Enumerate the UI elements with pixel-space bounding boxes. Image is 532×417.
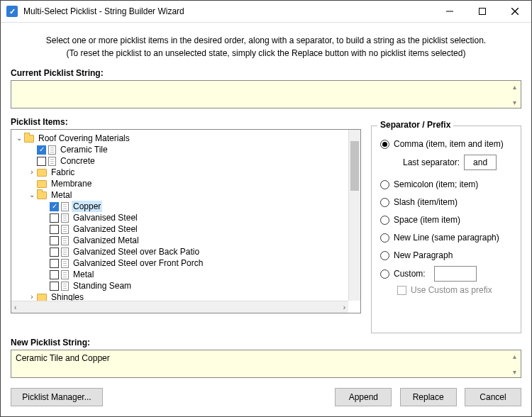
scroll-up-icon[interactable]: ▴ [509, 82, 519, 91]
scroll-right-icon[interactable]: › [343, 304, 345, 311]
current-picklist-textarea[interactable]: ▴ ▾ [11, 80, 521, 109]
separator-groupbox: Separator / Prefix Comma (item, item and… [371, 126, 521, 333]
new-picklist-label: New Picklist String: [11, 338, 521, 348]
file-icon [61, 282, 69, 291]
tree-node-standing-seam[interactable]: Standing Seam [13, 280, 359, 291]
checkbox-icon[interactable] [50, 282, 59, 291]
current-picklist-label: Current Picklist String: [11, 68, 521, 78]
cancel-button[interactable]: Cancel [465, 388, 521, 406]
checkbox-icon[interactable] [50, 248, 59, 257]
collapse-icon[interactable]: ⌄ [14, 133, 24, 144]
radio-slash[interactable]: Slash (item/item) [380, 195, 512, 209]
expand-icon[interactable]: › [27, 167, 37, 178]
tree-node-fabric[interactable]: › Fabric [13, 167, 359, 178]
file-icon [61, 270, 69, 279]
content-area: Select one or more picklist items in the… [1, 23, 531, 416]
last-separator-label: Last separator: [403, 157, 460, 167]
scrollbar-thumb[interactable] [350, 141, 359, 191]
window: ✓ Multi-Select Picklist - String Builder… [0, 0, 532, 417]
picklist-manager-button[interactable]: Picklist Manager... [11, 388, 103, 406]
radio-icon[interactable] [380, 198, 389, 207]
radio-semicolon[interactable]: Semicolon (item; item) [380, 177, 512, 191]
svg-rect-1 [480, 9, 486, 15]
new-picklist-value: Ceramic Tile and Copper [16, 353, 110, 363]
tree-viewport[interactable]: ⌄ Roof Covering Materials ✓ Ceramic Tile [11, 130, 360, 313]
checkbox-checked-icon[interactable]: ✓ [37, 145, 46, 155]
folder-open-icon [24, 135, 34, 143]
tree-node-ceramic-tile[interactable]: ✓ Ceramic Tile [13, 144, 359, 155]
checkbox-icon[interactable] [397, 286, 406, 295]
minimize-button[interactable] [433, 1, 466, 23]
maximize-button[interactable] [466, 1, 499, 23]
checkbox-icon[interactable] [50, 236, 59, 245]
radio-checked-icon[interactable] [380, 140, 389, 149]
checkbox-icon[interactable] [50, 259, 59, 268]
radio-icon[interactable] [380, 180, 389, 189]
tree-node-membrane[interactable]: Membrane [13, 178, 359, 189]
checkbox-icon[interactable] [50, 270, 59, 279]
file-icon [61, 213, 69, 223]
file-icon [61, 202, 69, 211]
tree-node-metal-leaf[interactable]: Metal [13, 269, 359, 280]
tree-node-copper[interactable]: ✓ Copper [13, 201, 359, 212]
radio-comma[interactable]: Comma (item, item and item) [380, 137, 512, 151]
radio-icon[interactable] [380, 216, 389, 225]
checkbox-icon[interactable] [50, 225, 59, 234]
tree-node-galvanized-metal[interactable]: Galvanized Metal [13, 235, 359, 246]
radio-custom[interactable]: Custom: [380, 266, 512, 282]
tree-node-galvanised-steel[interactable]: Galvanised Steel [13, 212, 359, 223]
folder-open-icon [37, 191, 47, 199]
checkbox-checked-icon[interactable]: ✓ [50, 202, 59, 211]
radio-new-paragraph[interactable]: New Paragraph [380, 248, 512, 262]
scroll-up-icon[interactable]: ▴ [509, 351, 519, 361]
tree-node-galvanized-front-porch[interactable]: Galvanized Steel over Front Porch [13, 257, 359, 269]
file-icon [61, 225, 69, 234]
scroll-left-icon[interactable]: ‹ [14, 304, 16, 311]
folder-icon [37, 169, 47, 177]
horizontal-scrollbar[interactable]: ‹ › [11, 301, 348, 313]
new-picklist-textarea[interactable]: Ceramic Tile and Copper ▴ ▾ [11, 350, 521, 378]
checkbox-icon[interactable] [50, 213, 59, 223]
tree-node-metal[interactable]: ⌄ Metal [13, 189, 359, 201]
folder-icon [37, 180, 47, 188]
footer: Picklist Manager... Append Replace Cance… [11, 388, 521, 406]
use-custom-prefix-row[interactable]: Use Custom as prefix [397, 285, 512, 295]
tree-node-root[interactable]: ⌄ Roof Covering Materials [13, 133, 359, 144]
window-title: Multi-Select Picklist - String Builder W… [23, 6, 433, 16]
close-button[interactable] [499, 1, 531, 23]
file-icon [61, 259, 69, 268]
last-separator-row: Last separator: [403, 155, 512, 170]
separator-legend: Separator / Prefix [377, 120, 453, 130]
replace-button[interactable]: Replace [400, 388, 457, 406]
app-icon: ✓ [6, 6, 18, 17]
checkbox-icon[interactable] [37, 157, 46, 166]
radio-space[interactable]: Space (item item) [380, 213, 512, 227]
radio-newline[interactable]: New Line (same paragraph) [380, 230, 512, 245]
radio-icon[interactable] [380, 251, 389, 260]
collapse-icon[interactable]: ⌄ [27, 189, 37, 201]
picklist-tree: ⌄ Roof Covering Materials ✓ Ceramic Tile [11, 129, 361, 313]
vertical-scrollbar[interactable] [348, 130, 360, 301]
custom-separator-input[interactable] [434, 266, 477, 282]
file-icon [61, 248, 69, 257]
tree-node-galvanized-steel[interactable]: Galvanized Steel [13, 223, 359, 235]
file-icon [48, 145, 56, 155]
titlebar: ✓ Multi-Select Picklist - String Builder… [1, 1, 531, 23]
scroll-down-icon[interactable]: ▾ [509, 367, 519, 377]
instruction-line-2: (To reset the picklist to an unselected … [11, 47, 521, 60]
picklist-items-label: Picklist Items: [11, 117, 361, 127]
file-icon [61, 236, 69, 245]
instruction-line-1: Select one or more picklist items in the… [11, 34, 521, 47]
append-button[interactable]: Append [335, 388, 392, 406]
radio-icon[interactable] [380, 233, 389, 243]
radio-icon[interactable] [380, 269, 389, 279]
tree-node-concrete[interactable]: Concrete [13, 155, 359, 167]
last-separator-input[interactable] [464, 155, 497, 170]
tree-node-galvanized-back-patio[interactable]: Galvanized Steel over Back Patio [13, 246, 359, 257]
scroll-down-icon[interactable]: ▾ [509, 97, 519, 107]
file-icon [48, 157, 56, 166]
instructions: Select one or more picklist items in the… [11, 34, 521, 60]
folder-icon [37, 294, 47, 301]
